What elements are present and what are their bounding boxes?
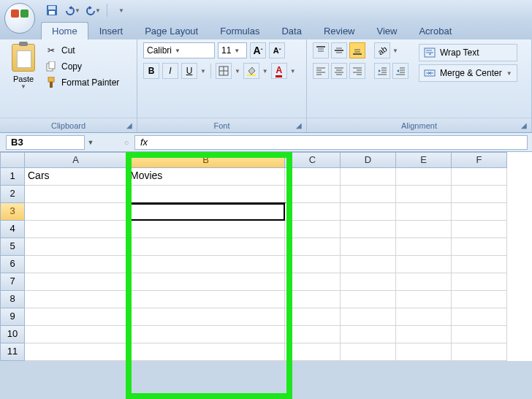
dropdown-icon[interactable]: ▼ (262, 68, 268, 75)
cell[interactable] (396, 256, 452, 273)
cell[interactable] (396, 326, 452, 343)
row-header[interactable]: 11 (0, 343, 25, 361)
cell[interactable] (341, 326, 396, 343)
cell[interactable] (452, 256, 507, 273)
tab-acrobat[interactable]: Acrobat (408, 22, 463, 39)
col-header-e[interactable]: E (396, 152, 452, 168)
dropdown-icon[interactable]: ▼ (392, 48, 398, 54)
format-painter-button[interactable]: Format Painter (44, 76, 121, 89)
cell[interactable] (25, 186, 127, 203)
cell[interactable] (396, 221, 452, 238)
cell[interactable] (341, 343, 396, 361)
cell[interactable] (127, 238, 285, 256)
name-box-dropdown[interactable]: ▼ (85, 139, 96, 146)
wrap-text-button[interactable]: Wrap Text (419, 44, 517, 61)
cell[interactable] (341, 186, 396, 203)
formula-input-area[interactable]: fx (134, 135, 528, 150)
cell[interactable] (127, 256, 285, 273)
tab-data[interactable]: Data (270, 22, 312, 39)
dropdown-icon[interactable]: ▼ (290, 68, 296, 75)
cell[interactable] (341, 238, 396, 256)
cell[interactable] (341, 273, 396, 291)
cell[interactable] (285, 256, 341, 273)
clipboard-launcher[interactable]: ◢ (124, 121, 134, 131)
cell[interactable] (452, 186, 507, 203)
cell[interactable] (127, 186, 285, 203)
merge-center-button[interactable]: Merge & Center ▼ (419, 64, 517, 82)
align-right-button[interactable] (349, 63, 365, 79)
cell[interactable] (396, 273, 452, 291)
cell[interactable] (452, 221, 507, 238)
cell[interactable] (452, 343, 507, 361)
increase-indent-button[interactable] (392, 63, 408, 79)
cell[interactable] (285, 203, 341, 221)
redo-button[interactable]: ▼ (85, 3, 101, 18)
cell[interactable] (396, 291, 452, 308)
copy-button[interactable]: Copy (44, 60, 121, 73)
align-middle-button[interactable] (331, 42, 347, 58)
row-header[interactable]: 4 (0, 221, 25, 238)
office-button[interactable] (4, 3, 35, 34)
dropdown-icon[interactable]: ▼ (200, 68, 206, 75)
undo-button[interactable]: ▼ (64, 3, 80, 18)
cell[interactable] (452, 203, 507, 221)
grow-font-button[interactable]: Aˆ (250, 42, 266, 58)
cell[interactable] (396, 343, 452, 361)
cell[interactable] (127, 291, 285, 308)
cell[interactable] (452, 326, 507, 343)
cell[interactable] (285, 168, 341, 186)
tab-view[interactable]: View (366, 22, 408, 39)
cell[interactable] (396, 186, 452, 203)
cell[interactable] (25, 343, 127, 361)
cell[interactable] (396, 238, 452, 256)
cell[interactable] (452, 273, 507, 291)
cell[interactable] (285, 221, 341, 238)
row-header[interactable]: 6 (0, 256, 25, 273)
save-button[interactable] (44, 3, 60, 18)
select-all-corner[interactable] (0, 152, 25, 168)
borders-button[interactable] (216, 63, 232, 79)
cell[interactable] (285, 291, 341, 308)
cell[interactable] (25, 203, 127, 221)
cell[interactable] (25, 308, 127, 326)
cell[interactable] (341, 291, 396, 308)
cut-button[interactable]: ✂ Cut (44, 44, 121, 57)
italic-button[interactable]: I (162, 63, 178, 79)
align-top-button[interactable] (313, 42, 329, 58)
underline-button[interactable]: U (181, 63, 197, 79)
col-header-c[interactable]: C (285, 152, 341, 168)
cell[interactable] (25, 221, 127, 238)
decrease-indent-button[interactable] (374, 63, 390, 79)
cell[interactable] (341, 203, 396, 221)
cell[interactable] (452, 308, 507, 326)
bold-button[interactable]: B (143, 63, 159, 79)
row-header[interactable]: 1 (0, 168, 25, 186)
alignment-launcher[interactable]: ◢ (519, 121, 529, 131)
cell[interactable] (127, 273, 285, 291)
cell[interactable] (452, 291, 507, 308)
shrink-font-button[interactable]: Aˇ (269, 42, 285, 58)
cell[interactable] (285, 273, 341, 291)
paste-button[interactable]: Paste ▼ (6, 42, 41, 115)
dropdown-icon[interactable]: ▼ (235, 68, 240, 75)
col-header-f[interactable]: F (452, 152, 507, 168)
cell[interactable] (127, 343, 285, 361)
cell[interactable]: Cars (25, 168, 127, 186)
tab-insert[interactable]: Insert (88, 22, 134, 39)
col-header-a[interactable]: A (25, 152, 127, 168)
row-header[interactable]: 7 (0, 273, 25, 291)
cell[interactable] (285, 343, 341, 361)
font-color-button[interactable]: A (271, 63, 287, 79)
orientation-button[interactable]: ab (374, 42, 390, 58)
align-center-button[interactable] (331, 63, 347, 79)
cell[interactable] (285, 186, 341, 203)
col-header-d[interactable]: D (341, 152, 396, 168)
cell[interactable] (396, 168, 452, 186)
tab-page-layout[interactable]: Page Layout (134, 22, 209, 39)
fx-button[interactable]: fx (135, 137, 153, 148)
tab-formulas[interactable]: Formulas (209, 22, 270, 39)
cell[interactable] (452, 238, 507, 256)
cell[interactable]: Movies (127, 168, 285, 186)
cell[interactable] (452, 168, 507, 186)
cell[interactable] (127, 308, 285, 326)
